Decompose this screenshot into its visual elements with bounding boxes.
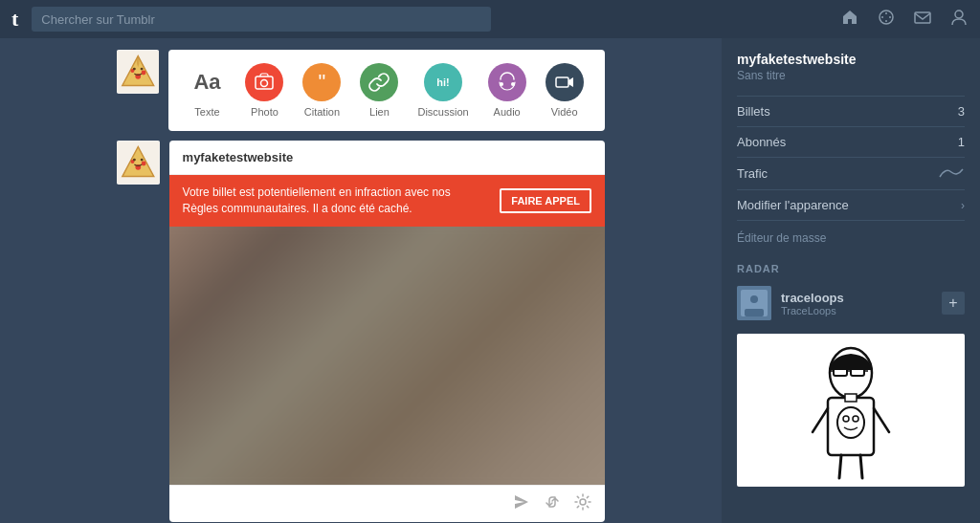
post-avatar xyxy=(117,141,160,185)
photo-label: Photo xyxy=(251,106,278,118)
svg-rect-28 xyxy=(745,309,764,316)
svg-rect-1 xyxy=(915,12,930,23)
sidebar-stat-abonnes[interactable]: Abonnés 1 xyxy=(737,126,965,157)
compose-avatar xyxy=(117,50,159,94)
post-type-text[interactable]: Aa Texte xyxy=(188,63,226,118)
post-type-quote[interactable]: " Citation xyxy=(302,63,341,118)
home-icon[interactable] xyxy=(840,8,859,32)
post-blog-name[interactable]: myfaketestwebsite xyxy=(183,150,294,164)
svg-point-21 xyxy=(142,162,146,166)
svg-point-12 xyxy=(261,80,268,87)
post-type-photo[interactable]: Photo xyxy=(245,63,283,118)
sidebar-blog-name[interactable]: myfaketestwebsite xyxy=(737,52,965,67)
svg-point-24 xyxy=(580,499,586,505)
svg-point-8 xyxy=(142,71,146,76)
chat-label: Discussion xyxy=(417,106,468,118)
radar-handle: TraceLoops xyxy=(781,305,932,316)
reblog-icon[interactable] xyxy=(544,493,561,514)
editor-label: Éditeur de masse xyxy=(737,231,826,245)
sidebar-blog-subtitle: Sans titre xyxy=(737,69,965,82)
search-input[interactable] xyxy=(32,7,491,32)
chat-icon: hi! xyxy=(424,63,462,101)
svg-rect-44 xyxy=(845,394,857,402)
modify-label: Modifier l'apparence xyxy=(737,198,849,212)
billets-value: 3 xyxy=(958,104,965,119)
modify-arrow-icon: › xyxy=(961,199,965,212)
svg-point-10 xyxy=(141,68,144,71)
radar-preview xyxy=(737,334,965,487)
topnav-icons xyxy=(840,8,969,32)
settings-icon[interactable] xyxy=(574,493,591,514)
post-row: myfaketestwebsite Votre billet est poten… xyxy=(117,141,605,522)
post-warning-banner: Votre billet est potentiellement en infr… xyxy=(169,175,605,227)
user-icon[interactable] xyxy=(949,8,969,32)
svg-point-14 xyxy=(511,82,515,86)
radar-add-button[interactable]: + xyxy=(942,292,965,315)
sidebar-stat-trafic[interactable]: Trafic xyxy=(737,157,965,189)
tumblr-logo[interactable]: t xyxy=(11,9,18,30)
svg-point-22 xyxy=(133,159,136,162)
text-symbol: Aa xyxy=(193,70,220,95)
abonnes-label: Abonnés xyxy=(737,135,786,149)
link-label: Lien xyxy=(369,106,390,118)
photo-icon xyxy=(245,63,283,101)
post-card: myfaketestwebsite Votre billet est poten… xyxy=(169,141,605,522)
quote-label: Citation xyxy=(304,106,340,118)
svg-point-27 xyxy=(750,295,758,303)
mail-icon[interactable] xyxy=(913,8,932,32)
post-type-link[interactable]: Lien xyxy=(360,63,398,118)
radar-name: traceloops xyxy=(781,291,932,305)
text-icon: Aa xyxy=(188,63,226,101)
post-type-video[interactable]: Vidéo xyxy=(546,63,584,118)
svg-point-13 xyxy=(500,82,503,86)
sidebar-modify-appearance[interactable]: Modifier l'apparence › xyxy=(737,189,965,220)
topnav: t xyxy=(0,0,980,38)
main-layout: Aa Texte Photo xyxy=(0,38,980,523)
post-warning-text: Votre billet est potentiellement en infr… xyxy=(183,185,489,217)
svg-point-9 xyxy=(133,68,136,71)
radar-info: traceloops TraceLoops xyxy=(781,291,932,316)
text-label: Texte xyxy=(194,106,219,118)
billets-label: Billets xyxy=(737,104,770,119)
svg-rect-15 xyxy=(556,77,568,87)
svg-line-43 xyxy=(860,455,862,478)
video-label: Vidéo xyxy=(551,106,578,118)
abonnes-value: 1 xyxy=(958,135,965,149)
audio-label: Audio xyxy=(494,106,521,118)
post-footer xyxy=(169,485,605,522)
appeal-button[interactable]: FAIRE APPEL xyxy=(500,188,591,213)
post-image xyxy=(169,227,605,485)
post-header: myfaketestwebsite xyxy=(169,141,605,175)
post-type-chat[interactable]: hi! Discussion xyxy=(417,63,468,118)
radar-avatar xyxy=(737,286,771,320)
radar-user: traceloops TraceLoops + xyxy=(737,280,965,326)
link-icon xyxy=(360,63,398,101)
trafic-value xyxy=(938,165,965,182)
svg-line-42 xyxy=(839,455,841,478)
send-icon[interactable] xyxy=(513,493,530,514)
compose-card: Aa Texte Photo xyxy=(168,50,605,131)
audio-icon xyxy=(488,63,526,101)
radar-label: RADAR xyxy=(737,253,965,280)
trafic-label: Trafic xyxy=(737,166,768,181)
sidebar-stat-billets[interactable]: Billets 3 xyxy=(737,96,965,126)
post-type-audio[interactable]: Audio xyxy=(488,63,526,118)
post-image-blur xyxy=(169,227,605,485)
compass-icon[interactable] xyxy=(877,8,896,32)
compose-row: Aa Texte Photo xyxy=(117,50,605,131)
svg-point-2 xyxy=(955,11,963,18)
quote-icon: " xyxy=(302,63,341,101)
video-icon xyxy=(546,63,584,101)
sidebar-editor: Éditeur de masse xyxy=(737,220,965,253)
svg-point-23 xyxy=(141,159,144,162)
feed: Aa Texte Photo xyxy=(0,38,722,523)
sidebar: myfaketestwebsite Sans titre Billets 3 A… xyxy=(722,38,980,523)
